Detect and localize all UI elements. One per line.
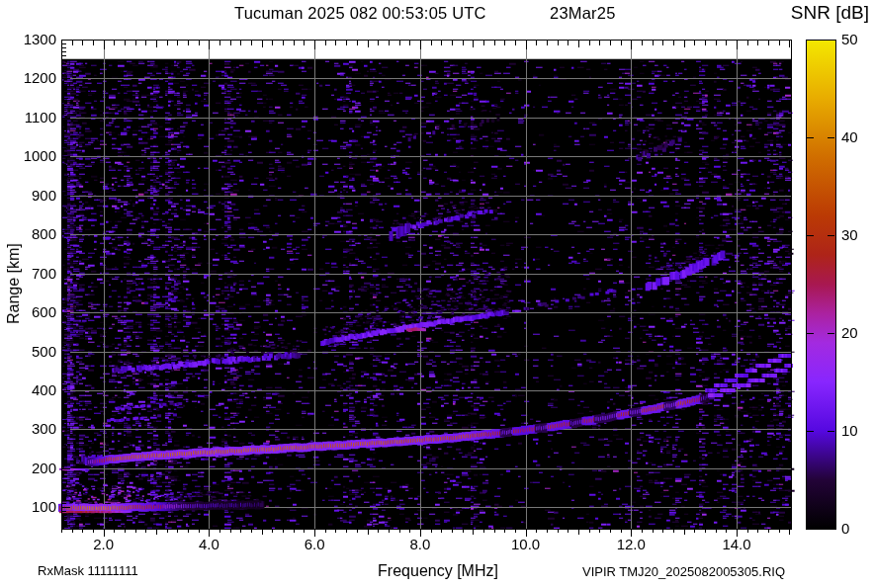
cbtick-label: 30 bbox=[841, 227, 871, 243]
ytick-label: 500 bbox=[0, 344, 56, 360]
ionogram-screenshot: Tucuman 2025 082 00:53:05 UTC 23Mar25 SN… bbox=[0, 0, 874, 588]
x-axis-label: Frequency [MHz] bbox=[378, 562, 498, 580]
ytick-label: 1200 bbox=[0, 70, 56, 86]
ionogram-plot-canvas bbox=[0, 0, 874, 588]
colorbar-title: SNR [dB] bbox=[791, 2, 869, 24]
xtick-label: 4.0 bbox=[187, 537, 230, 552]
xtick-label: 10.0 bbox=[504, 537, 548, 552]
ytick-label: 300 bbox=[0, 421, 56, 437]
ytick-label: 1000 bbox=[0, 148, 56, 164]
ytick-label: 200 bbox=[0, 461, 56, 476]
plot-date: 23Mar25 bbox=[550, 4, 616, 23]
ytick-label: 700 bbox=[0, 266, 56, 282]
xtick-label: 12.0 bbox=[609, 537, 653, 552]
ytick-label: 900 bbox=[0, 188, 56, 204]
xtick-label: 6.0 bbox=[293, 537, 336, 552]
plot-title: Tucuman 2025 082 00:53:05 UTC bbox=[234, 4, 486, 23]
cbtick-label: 20 bbox=[841, 325, 871, 341]
cbtick-label: 40 bbox=[841, 129, 871, 145]
xtick-label: 8.0 bbox=[398, 537, 442, 552]
ytick-label: 100 bbox=[0, 499, 56, 515]
cbtick-label: 0 bbox=[841, 521, 871, 537]
file-id-label: VIPIR TMJ20_2025082005305.RIQ bbox=[582, 564, 785, 579]
cbtick-label: 50 bbox=[841, 32, 871, 47]
ytick-label: 1300 bbox=[0, 32, 56, 47]
cbtick-label: 10 bbox=[841, 423, 871, 439]
xtick-label: 14.0 bbox=[715, 537, 758, 552]
ytick-label: 600 bbox=[0, 304, 56, 320]
ytick-label: 800 bbox=[0, 226, 56, 242]
ytick-label: 1100 bbox=[0, 110, 56, 126]
ytick-label: 400 bbox=[0, 382, 56, 398]
rx-mask-label: RxMask 11111111 bbox=[38, 563, 138, 578]
xtick-label: 2.0 bbox=[82, 537, 126, 552]
